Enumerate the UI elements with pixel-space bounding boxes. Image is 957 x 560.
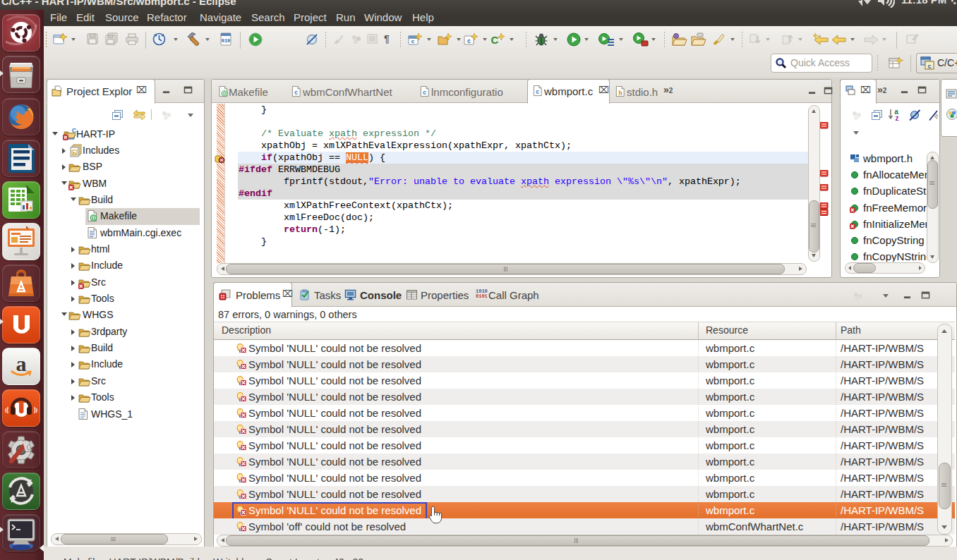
svg-text:a: a <box>16 352 27 375</box>
svg-text:c: c <box>927 63 931 70</box>
svg-text:010: 010 <box>222 38 231 44</box>
svg-text:C: C <box>491 34 499 46</box>
svg-text:c: c <box>411 38 415 44</box>
svg-text:c: c <box>467 37 471 44</box>
svg-text:z: z <box>896 114 899 121</box>
svg-text:h: h <box>618 90 622 97</box>
svg-text:h: h <box>73 150 76 156</box>
